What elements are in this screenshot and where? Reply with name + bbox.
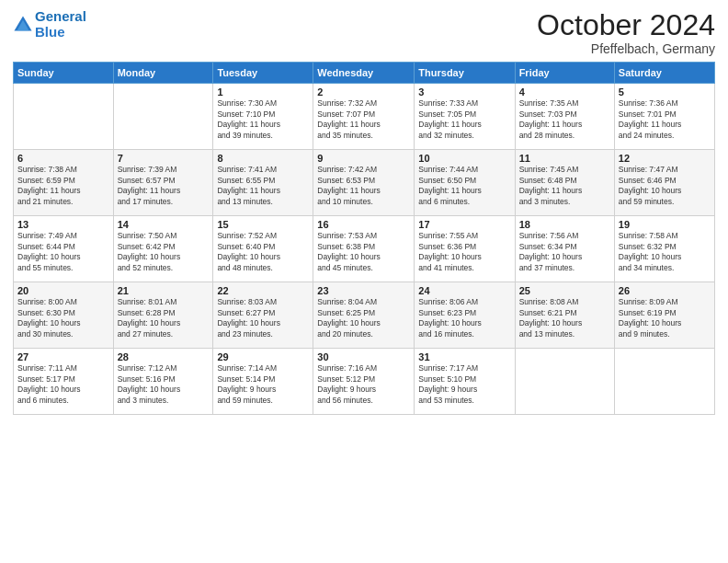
- day-number: 14: [118, 219, 210, 230]
- day-info: Sunrise: 7:35 AMSunset: 7:03 PMDaylight:…: [519, 98, 610, 141]
- calendar-week-row: 6Sunrise: 7:38 AMSunset: 6:59 PMDaylight…: [14, 150, 715, 216]
- day-number: 19: [619, 219, 711, 230]
- calendar-week-row: 13Sunrise: 7:49 AMSunset: 6:44 PMDayligh…: [14, 216, 715, 282]
- calendar-cell: 25Sunrise: 8:08 AMSunset: 6:21 PMDayligh…: [515, 282, 614, 349]
- day-number: 12: [619, 153, 711, 164]
- day-number: 15: [217, 219, 309, 230]
- day-info: Sunrise: 7:56 AMSunset: 6:34 PMDaylight:…: [519, 231, 610, 273]
- calendar-cell: 15Sunrise: 7:52 AMSunset: 6:40 PMDayligh…: [213, 216, 313, 282]
- day-number: 20: [17, 285, 109, 296]
- calendar-cell: 18Sunrise: 7:56 AMSunset: 6:34 PMDayligh…: [515, 216, 614, 282]
- calendar-cell: 19Sunrise: 7:58 AMSunset: 6:32 PMDayligh…: [614, 216, 714, 282]
- weekday-header-saturday: Saturday: [614, 63, 714, 84]
- calendar-cell: 10Sunrise: 7:44 AMSunset: 6:50 PMDayligh…: [415, 150, 515, 216]
- day-info: Sunrise: 7:17 AMSunset: 5:10 PMDaylight:…: [418, 363, 510, 406]
- day-info: Sunrise: 7:32 AMSunset: 7:07 PMDaylight:…: [317, 98, 410, 141]
- day-info: Sunrise: 8:04 AMSunset: 6:25 PMDaylight:…: [317, 297, 410, 339]
- weekday-header-wednesday: Wednesday: [313, 63, 415, 84]
- calendar-cell: 4Sunrise: 7:35 AMSunset: 7:03 PMDaylight…: [515, 84, 614, 150]
- calendar-cell: 21Sunrise: 8:01 AMSunset: 6:28 PMDayligh…: [113, 282, 213, 349]
- day-info: Sunrise: 7:47 AMSunset: 6:46 PMDaylight:…: [619, 165, 711, 207]
- logo-icon: [13, 15, 33, 35]
- calendar-cell: 3Sunrise: 7:33 AMSunset: 7:05 PMDaylight…: [415, 84, 515, 150]
- page-title: October 2024: [537, 9, 715, 41]
- weekday-header-tuesday: Tuesday: [213, 63, 313, 84]
- day-info: Sunrise: 7:38 AMSunset: 6:59 PMDaylight:…: [17, 165, 109, 207]
- day-number: 28: [118, 351, 210, 362]
- calendar-cell: 2Sunrise: 7:32 AMSunset: 7:07 PMDaylight…: [313, 84, 415, 150]
- calendar-cell: [614, 349, 714, 415]
- calendar-week-row: 1Sunrise: 7:30 AMSunset: 7:10 PMDaylight…: [14, 84, 715, 150]
- page-subtitle: Pfeffelbach, Germany: [537, 41, 715, 56]
- day-number: 16: [317, 219, 410, 230]
- calendar-cell: 30Sunrise: 7:16 AMSunset: 5:12 PMDayligh…: [313, 349, 415, 415]
- calendar-cell: 6Sunrise: 7:38 AMSunset: 6:59 PMDaylight…: [14, 150, 114, 216]
- calendar-cell: 31Sunrise: 7:17 AMSunset: 5:10 PMDayligh…: [415, 349, 515, 415]
- day-info: Sunrise: 7:33 AMSunset: 7:05 PMDaylight:…: [418, 98, 510, 141]
- title-block: October 2024 Pfeffelbach, Germany: [537, 9, 715, 56]
- day-number: 21: [118, 285, 210, 296]
- day-number: 3: [418, 86, 510, 98]
- calendar-cell: 24Sunrise: 8:06 AMSunset: 6:23 PMDayligh…: [415, 282, 515, 349]
- day-number: 30: [317, 351, 410, 362]
- day-number: 11: [519, 153, 610, 164]
- calendar-cell: 8Sunrise: 7:41 AMSunset: 6:55 PMDaylight…: [213, 150, 313, 216]
- day-info: Sunrise: 7:11 AMSunset: 5:17 PMDaylight:…: [17, 363, 109, 406]
- calendar-cell: 17Sunrise: 7:55 AMSunset: 6:36 PMDayligh…: [415, 216, 515, 282]
- day-number: 25: [519, 285, 610, 296]
- day-number: 10: [418, 153, 510, 164]
- day-number: 8: [217, 153, 309, 164]
- day-number: 23: [317, 285, 410, 296]
- day-number: 22: [217, 285, 309, 296]
- calendar-cell: 26Sunrise: 8:09 AMSunset: 6:19 PMDayligh…: [614, 282, 714, 349]
- calendar-cell: 23Sunrise: 8:04 AMSunset: 6:25 PMDayligh…: [313, 282, 415, 349]
- day-info: Sunrise: 8:00 AMSunset: 6:30 PMDaylight:…: [17, 297, 109, 339]
- day-number: 18: [519, 219, 610, 230]
- day-number: 31: [418, 351, 510, 362]
- calendar-cell: 28Sunrise: 7:12 AMSunset: 5:16 PMDayligh…: [113, 349, 213, 415]
- header: General Blue October 2024 Pfeffelbach, G…: [13, 9, 715, 56]
- day-info: Sunrise: 7:45 AMSunset: 6:48 PMDaylight:…: [519, 165, 610, 207]
- calendar-cell: 16Sunrise: 7:53 AMSunset: 6:38 PMDayligh…: [313, 216, 415, 282]
- day-number: 29: [217, 351, 309, 362]
- calendar-cell: 5Sunrise: 7:36 AMSunset: 7:01 PMDaylight…: [614, 84, 714, 150]
- day-info: Sunrise: 7:36 AMSunset: 7:01 PMDaylight:…: [619, 98, 711, 141]
- calendar-cell: [113, 84, 213, 150]
- day-info: Sunrise: 7:44 AMSunset: 6:50 PMDaylight:…: [418, 165, 510, 207]
- day-info: Sunrise: 7:52 AMSunset: 6:40 PMDaylight:…: [217, 231, 309, 273]
- day-info: Sunrise: 7:49 AMSunset: 6:44 PMDaylight:…: [17, 231, 109, 273]
- weekday-header-monday: Monday: [113, 63, 213, 84]
- day-number: 7: [118, 153, 210, 164]
- day-info: Sunrise: 8:09 AMSunset: 6:19 PMDaylight:…: [619, 297, 711, 339]
- day-number: 2: [317, 86, 410, 98]
- calendar-cell: 13Sunrise: 7:49 AMSunset: 6:44 PMDayligh…: [14, 216, 114, 282]
- logo: General Blue: [13, 9, 86, 40]
- day-number: 13: [17, 219, 109, 230]
- page: General Blue October 2024 Pfeffelbach, G…: [0, 0, 728, 563]
- day-number: 9: [317, 153, 410, 164]
- calendar-cell: [515, 349, 614, 415]
- logo-text: General Blue: [35, 9, 86, 40]
- day-number: 5: [619, 86, 711, 98]
- calendar-cell: 14Sunrise: 7:50 AMSunset: 6:42 PMDayligh…: [113, 216, 213, 282]
- day-info: Sunrise: 8:06 AMSunset: 6:23 PMDaylight:…: [418, 297, 510, 339]
- day-info: Sunrise: 7:14 AMSunset: 5:14 PMDaylight:…: [217, 363, 309, 406]
- day-number: 4: [519, 86, 610, 98]
- calendar-cell: 7Sunrise: 7:39 AMSunset: 6:57 PMDaylight…: [113, 150, 213, 216]
- calendar-cell: 29Sunrise: 7:14 AMSunset: 5:14 PMDayligh…: [213, 349, 313, 415]
- day-info: Sunrise: 7:30 AMSunset: 7:10 PMDaylight:…: [217, 98, 309, 141]
- weekday-header-thursday: Thursday: [415, 63, 515, 84]
- calendar-cell: 1Sunrise: 7:30 AMSunset: 7:10 PMDaylight…: [213, 84, 313, 150]
- day-number: 26: [619, 285, 711, 296]
- day-number: 17: [418, 219, 510, 230]
- day-info: Sunrise: 7:12 AMSunset: 5:16 PMDaylight:…: [118, 363, 210, 406]
- day-info: Sunrise: 7:50 AMSunset: 6:42 PMDaylight:…: [118, 231, 210, 273]
- day-info: Sunrise: 7:53 AMSunset: 6:38 PMDaylight:…: [317, 231, 410, 273]
- day-info: Sunrise: 7:55 AMSunset: 6:36 PMDaylight:…: [418, 231, 510, 273]
- calendar-header-row: SundayMondayTuesdayWednesdayThursdayFrid…: [14, 63, 715, 84]
- weekday-header-friday: Friday: [515, 63, 614, 84]
- day-info: Sunrise: 8:01 AMSunset: 6:28 PMDaylight:…: [118, 297, 210, 339]
- logo-general: General: [35, 8, 86, 24]
- calendar-cell: [14, 84, 114, 150]
- calendar-cell: 22Sunrise: 8:03 AMSunset: 6:27 PMDayligh…: [213, 282, 313, 349]
